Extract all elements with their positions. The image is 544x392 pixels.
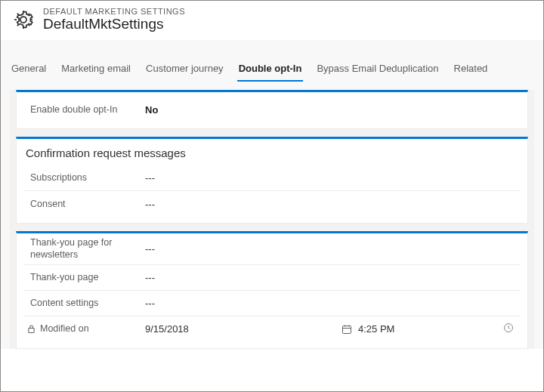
field-label-subscriptions: Subscriptions (24, 171, 145, 184)
field-value-modified-date: 9/15/2018 (145, 323, 342, 335)
field-label-consent: Consent (24, 198, 145, 210)
tab-marketing-email[interactable]: Marketing email (60, 58, 132, 82)
field-value-enable[interactable]: No (145, 104, 158, 116)
tab-content: Enable double opt-In No Confirmation req… (10, 90, 534, 349)
section-title-confirmation: Confirmation request messages (24, 139, 520, 165)
calendar-icon (342, 324, 352, 335)
field-value-content-settings[interactable]: --- (145, 298, 155, 309)
field-label-thankyou-newsletter: Thank-you page for newsletters (24, 236, 145, 261)
panel-confirmation-messages: Confirmation request messages Subscripti… (16, 137, 528, 224)
field-value-thankyou-newsletter[interactable]: --- (145, 243, 155, 255)
field-label-enable: Enable double opt-In (24, 103, 145, 116)
header-titles: DEFAULT MARKETING SETTINGS DefaultMktSet… (43, 7, 185, 32)
field-value-consent[interactable]: --- (145, 199, 155, 210)
svg-rect-3 (343, 326, 351, 333)
field-label-content-settings: Content settings (24, 297, 145, 309)
clock-icon (503, 323, 514, 333)
tab-bypass-email-dedup[interactable]: Bypass Email Deduplication (315, 58, 440, 82)
lock-icon (27, 324, 36, 334)
tab-general[interactable]: General (10, 58, 48, 82)
entity-label: DEFAULT MARKETING SETTINGS (43, 7, 185, 16)
svg-point-0 (20, 17, 26, 23)
page-header: DEFAULT MARKETING SETTINGS DefaultMktSet… (1, 1, 543, 40)
panel-thank-you: Thank-you page for newsletters --- Thank… (16, 231, 528, 349)
svg-rect-2 (29, 329, 34, 333)
field-value-subscriptions[interactable]: --- (145, 172, 155, 184)
tab-related[interactable]: Related (453, 58, 490, 82)
field-value-modified-time: 4:25 PM (358, 323, 394, 335)
field-label-thankyou-page: Thank-you page (24, 271, 145, 283)
field-label-modified-on: Modified on (40, 323, 89, 335)
modified-on-row: Modified on 9/15/2018 4:25 PM (24, 316, 520, 342)
page-title: DefaultMktSettings (43, 16, 185, 32)
field-value-thankyou-page[interactable]: --- (145, 272, 155, 283)
tab-bar: General Marketing email Customer journey… (1, 40, 543, 349)
gear-icon (11, 8, 36, 32)
tab-double-opt-in[interactable]: Double opt-In (237, 58, 304, 82)
tab-customer-journey[interactable]: Customer journey (144, 58, 225, 82)
panel-enable-double-opt-in: Enable double opt-In No (16, 90, 528, 129)
